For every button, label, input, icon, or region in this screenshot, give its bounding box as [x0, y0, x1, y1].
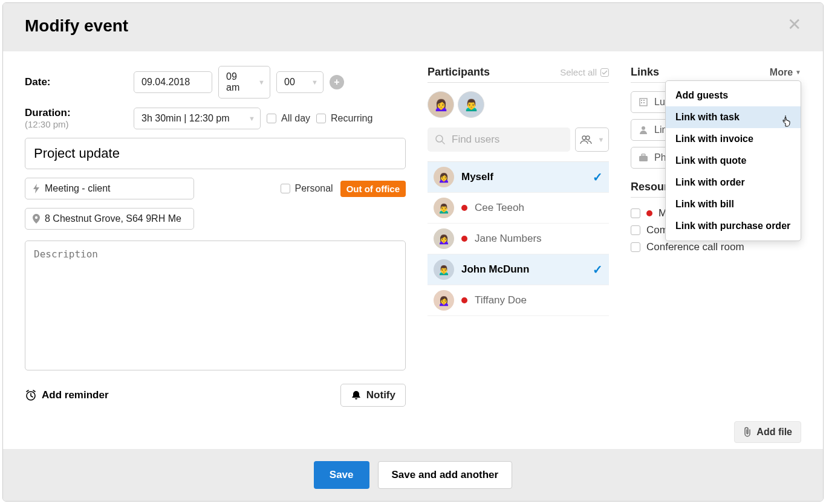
participant-item[interactable]: 🙍‍♀️ Myself ✓ — [428, 162, 609, 193]
paperclip-icon — [743, 427, 752, 438]
avatar[interactable]: 🙍‍♀️ — [428, 91, 454, 118]
minute-select[interactable]: 00 ▼ — [276, 71, 324, 93]
briefcase-icon — [639, 153, 648, 163]
location-input[interactable]: 8 Chestnut Grove, S64 9RH Me — [25, 208, 194, 230]
description-input[interactable] — [25, 241, 406, 370]
all-day-checkbox[interactable]: All day — [267, 113, 310, 124]
participants-column: Participants Select all 🙍‍♀️ 🙍‍♂️ F — [428, 66, 609, 415]
dropdown-item-add-guests[interactable]: Add guests — [666, 85, 801, 106]
avatar: 🙍‍♂️ — [434, 198, 454, 218]
participant-search-row: Find users ▼ — [428, 128, 609, 152]
date-row: Date: 09.04.2018 09 am ▼ 00 ▼ + — [25, 66, 406, 99]
duration-value: 3h 30min | 12:30 pm — [141, 113, 230, 124]
caret-down-icon: ▼ — [795, 69, 801, 76]
more-dropdown: Add guests Link with task Link with invo… — [665, 80, 801, 241]
event-title-input[interactable] — [25, 138, 406, 169]
participant-item[interactable]: 🙍‍♀️ Tiffany Doe — [428, 285, 609, 316]
chevron-down-icon: ▼ — [249, 115, 255, 122]
modal-header: Modify event ✕ — [3, 3, 823, 51]
dropdown-item-link-purchase-order[interactable]: Link with purchase order — [666, 215, 801, 237]
add-reminder-button[interactable]: Add reminder — [25, 389, 109, 401]
bell-icon — [351, 390, 362, 401]
dropdown-item-link-task[interactable]: Link with task — [666, 106, 801, 128]
duration-row: Duration: (12:30 pm) 3h 30min | 12:30 pm… — [25, 107, 406, 129]
modify-event-modal: Modify event ✕ Date: 09.04.2018 09 am ▼ … — [2, 2, 824, 502]
personal-label: Personal — [295, 183, 333, 194]
people-icon — [580, 135, 592, 144]
date-value: 09.04.2018 — [141, 77, 190, 88]
minute-value: 00 — [284, 77, 295, 88]
participants-title: Participants — [428, 66, 490, 79]
check-icon: ✓ — [593, 170, 603, 184]
reminder-row: Add reminder Notify — [25, 384, 406, 407]
hour-select[interactable]: 09 am ▼ — [218, 66, 270, 99]
more-label: More — [770, 67, 793, 78]
check-icon: ✓ — [593, 262, 603, 277]
clock-icon — [25, 389, 37, 401]
dropdown-item-link-invoice[interactable]: Link with invoice — [666, 128, 801, 150]
description-wrap — [25, 241, 406, 384]
hour-value: 09 am — [226, 71, 250, 93]
svg-rect-10 — [639, 156, 648, 161]
resource-item[interactable]: Conference call room — [631, 239, 801, 256]
dropdown-item-link-order[interactable]: Link with order — [666, 172, 801, 193]
modal-footer: Save Save and add another — [3, 449, 823, 501]
participant-name: Myself — [461, 171, 585, 183]
meeting-type-input[interactable]: Meeting - client — [25, 178, 194, 199]
meeting-type-value: Meeting - client — [45, 183, 111, 194]
links-column: Links More ▼ Lum Link — [631, 66, 801, 415]
svg-rect-11 — [642, 154, 645, 156]
participant-item[interactable]: 🙍‍♂️ John McDunn ✓ — [428, 254, 609, 285]
select-all-button[interactable]: Select all — [560, 67, 609, 77]
dropdown-item-link-bill[interactable]: Link with bill — [666, 193, 801, 215]
add-reminder-label: Add reminder — [42, 389, 109, 401]
avatar: 🙍‍♂️ — [434, 259, 454, 280]
cursor-icon — [781, 115, 792, 127]
find-users-input[interactable]: Find users — [428, 128, 570, 152]
participant-item[interactable]: 🙍‍♂️ Cee Teeoh — [428, 193, 609, 224]
resource-name: Conference call room — [646, 241, 744, 253]
chevron-down-icon: ▼ — [311, 79, 318, 86]
modal-title: Modify event — [25, 16, 128, 36]
participant-name: John McDunn — [461, 263, 585, 276]
personal-checkbox[interactable]: Personal — [281, 183, 333, 194]
duration-select[interactable]: 3h 30min | 12:30 pm ▼ — [134, 108, 261, 129]
more-button[interactable]: More ▼ — [770, 67, 801, 78]
links-title: Links — [631, 66, 659, 79]
avatar[interactable]: 🙍‍♂️ — [458, 91, 484, 118]
participant-item[interactable]: 🙍‍♀️ Jane Numbers — [428, 224, 609, 254]
bolt-icon — [33, 184, 40, 193]
avatar: 🙍‍♀️ — [434, 167, 454, 187]
all-day-label: All day — [281, 113, 310, 124]
participant-list: 🙍‍♀️ Myself ✓ 🙍‍♂️ Cee Teeoh 🙍‍♀️ Jane N… — [428, 161, 609, 316]
recurring-checkbox[interactable]: Recurring — [316, 113, 372, 124]
checkbox-icon — [267, 114, 276, 123]
notify-label: Notify — [366, 389, 395, 401]
add-time-icon[interactable]: + — [330, 75, 344, 89]
save-button[interactable]: Save — [314, 461, 369, 489]
close-icon[interactable]: ✕ — [787, 16, 801, 33]
save-add-another-button[interactable]: Save and add another — [378, 461, 513, 489]
checkbox-icon — [631, 242, 640, 252]
svg-point-9 — [642, 126, 645, 130]
out-of-office-badge[interactable]: Out of office — [340, 181, 406, 197]
selected-avatars: 🙍‍♀️ 🙍‍♂️ — [428, 91, 609, 118]
add-file-button[interactable]: Add file — [734, 421, 801, 443]
status-dot-icon — [461, 297, 467, 303]
chevron-down-icon: ▼ — [258, 79, 265, 86]
svg-point-1 — [436, 135, 443, 142]
chevron-down-icon: ▼ — [598, 136, 605, 143]
dropdown-item-link-quote[interactable]: Link with quote — [666, 150, 801, 172]
date-input[interactable]: 09.04.2018 — [134, 71, 212, 93]
notify-button[interactable]: Notify — [340, 384, 406, 407]
svg-rect-5 — [641, 100, 642, 101]
type-row: Meeting - client Personal Out of office — [25, 178, 406, 199]
find-users-placeholder: Find users — [452, 134, 499, 146]
svg-rect-6 — [643, 100, 645, 101]
group-select-button[interactable]: ▼ — [575, 128, 609, 152]
status-dot-icon — [461, 236, 467, 242]
add-file-label: Add file — [756, 427, 792, 438]
pin-icon — [33, 214, 40, 224]
date-label: Date: — [25, 76, 128, 88]
avatar: 🙍‍♀️ — [434, 228, 454, 249]
